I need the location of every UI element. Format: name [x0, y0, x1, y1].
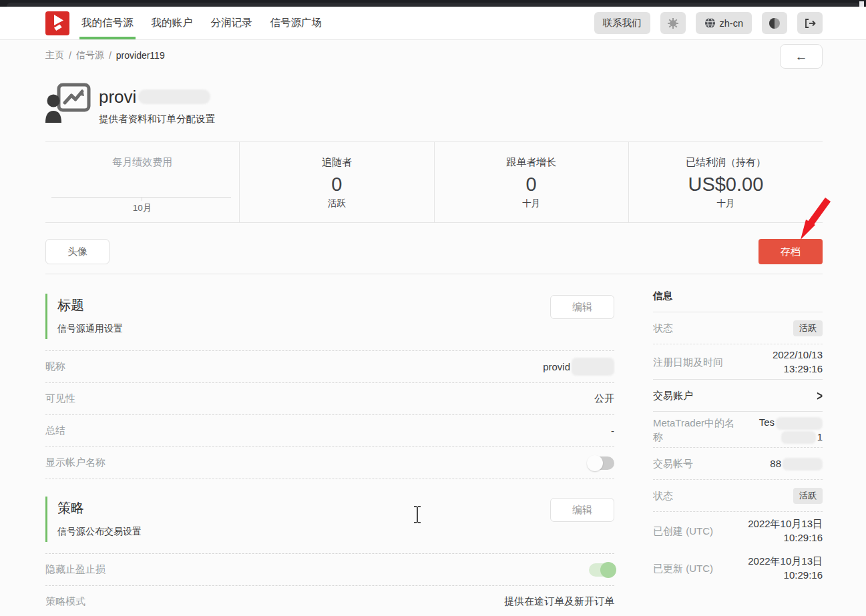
- redacted-mt-name-blur: [781, 431, 816, 444]
- language-button[interactable]: zh-cn: [696, 12, 752, 34]
- breadcrumb-home[interactable]: 主页: [45, 49, 64, 61]
- back-button[interactable]: ←: [780, 44, 823, 69]
- section-subtitle: 信号源公布交易设置: [57, 526, 614, 538]
- theme-toggle-button[interactable]: [762, 12, 787, 34]
- strategy-settings-rows: 隐藏止盈止损 策略模式 提供在途订单及新开订单: [45, 553, 614, 616]
- stat-monthly-fee: 每月绩效费用 10月: [45, 142, 240, 222]
- summary-value: -: [611, 425, 614, 436]
- navbar: 我的信号源 我的账户 分润记录 信号源广场 联系我们 zh-cn: [0, 7, 866, 40]
- nav-item-profit-records[interactable]: 分润记录: [211, 7, 252, 39]
- mt-name-line2: 1: [781, 430, 823, 444]
- provider-subtitle: 提供者资料和订单分配设置: [99, 113, 215, 125]
- settings-column: 标题 信号源通用设置 编辑 昵称 provid 可见性 公开 总结 - 显示帐户…: [45, 274, 614, 616]
- created-datetime: 2022年10月13日 10:29:16: [748, 517, 823, 545]
- logout-button[interactable]: [797, 12, 823, 34]
- row-show-account-name: 显示帐户名称: [45, 447, 614, 479]
- status-badge: 活跃: [793, 320, 823, 336]
- row-label: 策略模式: [45, 595, 85, 608]
- row-summary: 总结 -: [45, 415, 614, 447]
- title-settings-rows: 昵称 provid 可见性 公开 总结 - 显示帐户名称: [45, 350, 614, 479]
- main-content: 标题 信号源通用设置 编辑 昵称 provid 可见性 公开 总结 - 显示帐户…: [45, 274, 823, 616]
- section-title-header: 标题 信号源通用设置 编辑: [45, 294, 614, 339]
- nav-item-signal-market[interactable]: 信号源广场: [270, 7, 322, 39]
- row-label: MetaTrader中的名称: [653, 416, 738, 444]
- account-number-value: 88: [770, 456, 823, 471]
- info-panel-title: 信息: [653, 274, 823, 312]
- contact-us-label: 联系我们: [603, 17, 642, 29]
- stat-follower-growth: 跟单者增长 0 十月: [435, 142, 629, 222]
- breadcrumb-separator: /: [69, 50, 71, 61]
- provider-title: provi: [99, 88, 215, 105]
- nav-item-label: 信号源广场: [270, 16, 322, 30]
- breadcrumb-signals[interactable]: 信号源: [76, 49, 104, 61]
- breadcrumb-current: provider119: [116, 50, 165, 61]
- sidebar-row-status: 状态 活跃: [653, 312, 823, 344]
- toggle-knob: [587, 455, 603, 471]
- stat-sub: 十月: [629, 198, 823, 210]
- registered-date: 2022/10/13: [773, 348, 823, 362]
- row-label: 注册日期及时间: [653, 355, 723, 369]
- back-arrow-icon: ←: [795, 49, 808, 64]
- contact-us-button[interactable]: 联系我们: [594, 12, 650, 34]
- row-label: 总结: [45, 424, 65, 437]
- status-badge: 活跃: [793, 488, 823, 504]
- created-time: 10:29:16: [784, 531, 823, 545]
- row-label: 可见性: [45, 392, 75, 405]
- updated-datetime: 2022年10月13日 10:29:16: [748, 554, 823, 582]
- mt-name-visible-text: Tes: [759, 416, 775, 428]
- toggle-knob: [600, 562, 616, 578]
- show-account-name-toggle[interactable]: [589, 456, 614, 470]
- edit-strategy-button[interactable]: 编辑: [550, 498, 614, 522]
- brand-logo-glyph: [45, 11, 69, 35]
- sidebar-row-mt-name: MetaTrader中的名称 Tes 1: [653, 412, 823, 448]
- sidebar-row-registered: 注册日期及时间 2022/10/13 13:29:16: [653, 344, 823, 380]
- row-label: 显示帐户名称: [45, 456, 105, 469]
- mt-name-line1: Tes: [759, 415, 823, 430]
- sidebar-row-trading-account[interactable]: 交易账户 >: [653, 380, 823, 412]
- language-label: zh-cn: [720, 18, 743, 29]
- nav-menu: 我的信号源 我的账户 分润记录 信号源广场: [81, 7, 322, 39]
- section-title: 标题: [57, 296, 614, 314]
- row-label: 状态: [653, 489, 673, 503]
- row-label: 已创建 (UTC): [653, 524, 713, 538]
- row-label: 状态: [653, 321, 673, 335]
- sidebar-row-account-number: 交易帐号 88: [653, 448, 823, 480]
- avatar-button[interactable]: 头像: [45, 239, 110, 264]
- updated-time: 10:29:16: [784, 568, 823, 582]
- archive-button[interactable]: 存档: [759, 239, 823, 264]
- row-nickname: 昵称 provid: [45, 351, 614, 383]
- account-number-visible-text: 88: [770, 458, 781, 469]
- stat-sub: 十月: [435, 198, 628, 210]
- section-title: 策略: [57, 499, 614, 517]
- row-visibility: 可见性 公开: [45, 383, 614, 415]
- row-hide-sl-tp: 隐藏止盈止损: [45, 554, 614, 586]
- settings-button[interactable]: [660, 12, 686, 34]
- created-date: 2022年10月13日: [748, 517, 823, 531]
- nav-item-label: 我的账户: [152, 16, 193, 30]
- row-label: 已更新 (UTC): [653, 561, 713, 575]
- stat-settled-profit: 已结利润（持有） US$0.00 十月: [629, 142, 823, 222]
- nickname-value: provid: [543, 358, 614, 376]
- contrast-icon: [769, 17, 781, 29]
- row-label: 交易帐号: [653, 456, 693, 471]
- fee-chart-axis: [51, 197, 231, 198]
- nickname-visible-text: provid: [543, 361, 570, 372]
- stat-label: 已结利润（持有）: [629, 156, 823, 169]
- info-sidebar: 信息 状态 活跃 注册日期及时间 2022/10/13 13:29:16 交易账…: [653, 274, 823, 616]
- hide-sl-tp-toggle[interactable]: [589, 563, 614, 577]
- row-strategy-mode: 策略模式 提供在途订单及新开订单: [45, 586, 614, 616]
- edit-title-button[interactable]: 编辑: [550, 295, 614, 319]
- row-label: 隐藏止盈止损: [45, 563, 105, 576]
- redacted-name-blur: [138, 89, 210, 104]
- nav-item-my-signals[interactable]: 我的信号源: [81, 7, 134, 39]
- row-label: 昵称: [45, 360, 65, 373]
- stat-value: 0: [435, 174, 628, 196]
- nav-item-my-account[interactable]: 我的账户: [152, 7, 193, 39]
- stat-followers: 追随者 0 活跃: [240, 142, 434, 222]
- browser-window-bar: [0, 0, 866, 7]
- gear-icon: [667, 17, 679, 29]
- chevron-right-icon: >: [817, 388, 823, 402]
- brand-logo-icon[interactable]: [45, 11, 69, 35]
- stat-label: 每月绩效费用: [45, 156, 239, 169]
- breadcrumb-separator: /: [109, 50, 112, 61]
